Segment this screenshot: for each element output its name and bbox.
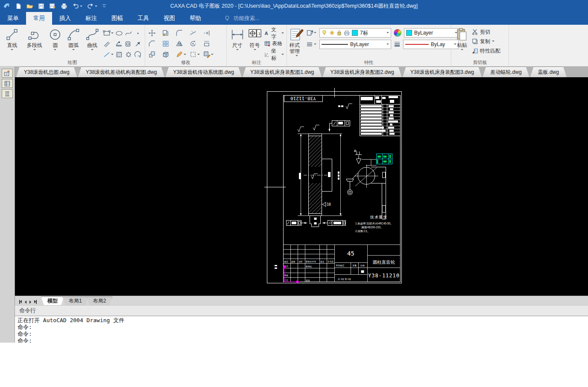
- tb-weight: 质量: [352, 264, 357, 267]
- command-panel-header[interactable]: 命令行: [15, 305, 588, 316]
- rectangle-tool-button[interactable]: [102, 30, 114, 37]
- point-tool-button[interactable]: [134, 30, 142, 37]
- lineweight-combo[interactable]: ByLay: [403, 40, 459, 49]
- doc-tab-8[interactable]: 盖板.dwg: [530, 67, 567, 77]
- rotate-tool-button[interactable]: [189, 40, 202, 47]
- arc-tool-button[interactable]: 圆弧: [65, 27, 82, 52]
- cut-button[interactable]: 剪切: [472, 27, 500, 37]
- text-wrap-tool-button[interactable]: [134, 51, 142, 58]
- layer-combo[interactable]: 7标: [319, 28, 391, 38]
- drawing-canvas[interactable]: Y38-11210: [15, 77, 588, 296]
- layout-tab-layout2[interactable]: 布局2: [87, 297, 113, 305]
- open-file-button[interactable]: [26, 3, 33, 9]
- sketch-line-tool-button[interactable]: [102, 51, 114, 58]
- gear-tool-button[interactable]: [124, 51, 133, 58]
- undo-button[interactable]: [72, 3, 82, 9]
- line-icon: [6, 28, 18, 41]
- trim-tool-button[interactable]: [189, 29, 202, 37]
- tb-review: 审核: [284, 274, 289, 276]
- match-properties-button[interactable]: 特性匹配: [472, 46, 500, 55]
- formula-curve-tool-button[interactable]: [124, 30, 133, 37]
- doc-tab-1[interactable]: Y38滚齿机总图.dwg: [16, 67, 77, 77]
- stretch-tool-button[interactable]: [202, 40, 216, 47]
- new-file-button[interactable]: [15, 3, 22, 9]
- menu-tab-menu[interactable]: 菜单: [0, 12, 26, 25]
- linetype-combo-arrow[interactable]: [386, 44, 389, 46]
- polyline-tool-button[interactable]: 多段线: [23, 27, 46, 52]
- layout-tab-model[interactable]: 模型: [41, 297, 64, 305]
- hole-tool-button[interactable]: [124, 41, 133, 47]
- doc-tab-5[interactable]: Y38滚齿机床身装配图2.dwg: [322, 67, 401, 77]
- function-search[interactable]: 功能搜索...: [225, 15, 259, 22]
- current-color-swatch: [406, 30, 412, 36]
- parallel-line-tool-button[interactable]: [102, 41, 114, 47]
- tech-line-2: 调质HB190-220。: [361, 226, 383, 229]
- save-button[interactable]: [38, 3, 44, 9]
- erase-tool-button[interactable]: [175, 51, 189, 58]
- layer-tool-button[interactable]: [306, 29, 317, 36]
- ellipse-tool-button[interactable]: [115, 30, 123, 37]
- doc-tab-2[interactable]: Y38滚齿机差动机构装配图.dwg: [78, 67, 165, 77]
- menu-tab-home[interactable]: 常用: [26, 12, 52, 25]
- menu-tab-tools[interactable]: 工具: [130, 12, 156, 25]
- fillet-tool-button[interactable]: [175, 29, 189, 37]
- menu-tab-annotate[interactable]: 标注: [78, 12, 104, 25]
- dimension-button[interactable]: 尺寸: [229, 27, 245, 52]
- extend-tool-button[interactable]: [202, 29, 216, 37]
- customize-toolbar-button[interactable]: [102, 4, 106, 8]
- print-button[interactable]: [61, 3, 67, 9]
- panel-draw-label: 绘图: [0, 59, 145, 66]
- redo-button[interactable]: [87, 3, 97, 9]
- doc-tab-4[interactable]: Y38滚齿机床身装配图1.dwg: [243, 67, 322, 77]
- coordinate-button[interactable]: 坐标: [264, 49, 284, 60]
- panel-annotate: 尺寸 .1 符号 A文字 表格 坐标 标注: [227, 25, 287, 66]
- block-tool-button[interactable]: [161, 51, 175, 58]
- layer-combo-arrow[interactable]: [386, 32, 389, 35]
- array-tool-button[interactable]: [161, 40, 175, 47]
- quick-access-toolbar: [0, 2, 106, 10]
- menu-tab-insert[interactable]: 插入: [52, 12, 78, 25]
- spline-tool-button[interactable]: 曲线: [84, 27, 101, 52]
- scale-tool-button[interactable]: [148, 51, 161, 58]
- circle-icon: [49, 28, 61, 41]
- dim-note: 10: [327, 203, 331, 207]
- copy-tool-button[interactable]: [161, 29, 175, 37]
- doc-tab-7[interactable]: 差动蜗轮.dwg: [483, 67, 529, 77]
- palette-layers-button[interactable]: [2, 79, 13, 88]
- menu-tab-help[interactable]: 帮助: [182, 12, 208, 25]
- layer-color-swatch: [352, 30, 358, 36]
- menu-tab-view[interactable]: 视图: [156, 12, 182, 25]
- hatch-tool-button[interactable]: [115, 51, 123, 58]
- menu-tab-sheet[interactable]: 图幅: [104, 12, 130, 25]
- document-tab-bar: Y38滚齿机总图.dwg Y38滚齿机差动机构装配图.dwg Y38滚齿机传动系…: [15, 67, 588, 77]
- style-manager-button[interactable]: 样式管理: [290, 27, 304, 58]
- coordinate-icon: [264, 52, 269, 58]
- doc-tab-6[interactable]: Y38滚齿机床身装配图3.dwg: [403, 67, 482, 77]
- line-tool-button[interactable]: 直线: [3, 27, 22, 52]
- arrow-tool-button[interactable]: [134, 41, 142, 47]
- linetype-combo[interactable]: ByLayer: [319, 40, 391, 49]
- layer-frozen-icon: [329, 30, 335, 36]
- text-button[interactable]: A文字: [264, 28, 284, 38]
- copy-button[interactable]: 复制: [472, 37, 500, 46]
- chamfer-tool-button[interactable]: [148, 40, 161, 47]
- move-tool-button[interactable]: [148, 29, 161, 37]
- doc-tab-3[interactable]: Y38滚齿机传动系统图.dwg: [165, 67, 242, 77]
- circle-tool-button[interactable]: 圆: [47, 27, 64, 52]
- palette-library-button[interactable]: [2, 89, 13, 98]
- palette-properties-button[interactable]: [2, 69, 13, 78]
- lineweight-tool-icon[interactable]: [394, 41, 401, 48]
- layout-nav-arrows[interactable]: [15, 300, 41, 305]
- profile-tool-button[interactable]: [115, 41, 123, 47]
- panel-clipboard: 粘贴 剪切 复制 特性匹配 剪切板: [451, 25, 509, 66]
- edit-entity-button[interactable]: [189, 51, 202, 58]
- command-history[interactable]: 正在打开 AutoCAD 2004 Drawing 文件 命令: 命令: 命令:: [15, 316, 588, 343]
- color-wheel-icon[interactable]: [394, 29, 401, 37]
- layout-tab-layout1[interactable]: 布局1: [62, 297, 88, 305]
- hatch-edit-button[interactable]: [202, 51, 216, 58]
- linetype-tool-button[interactable]: [306, 41, 317, 47]
- symbol-button[interactable]: .1 符号: [247, 27, 263, 52]
- paste-button[interactable]: 粘贴: [454, 27, 470, 52]
- save-as-button[interactable]: [49, 3, 56, 9]
- mirror-tool-button[interactable]: [175, 40, 189, 47]
